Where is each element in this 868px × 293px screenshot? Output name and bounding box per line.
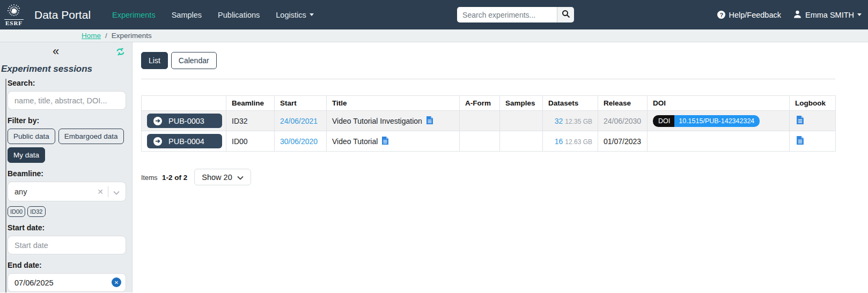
arrow-right-circle-icon: ➔ bbox=[153, 137, 162, 146]
esrf-logo-text: ESRF bbox=[4, 19, 24, 26]
filter-button-group: Public data Embargoed data My data bbox=[8, 129, 126, 163]
session-title: Video Tutorial Investigation bbox=[332, 117, 422, 125]
a-form-cell bbox=[460, 131, 500, 152]
start-date-label: Start date: bbox=[8, 223, 126, 232]
filter-public-data-button[interactable]: Public data bbox=[8, 129, 55, 144]
release-date: 24/06/2030 bbox=[604, 117, 641, 125]
beamline-select-value: any bbox=[14, 187, 93, 196]
filter-my-data-button[interactable]: My data bbox=[8, 147, 45, 163]
document-icon[interactable] bbox=[426, 116, 433, 126]
filter-embargoed-data-button[interactable]: Embargoed data bbox=[58, 129, 124, 144]
breadcrumb-home-link[interactable]: Home bbox=[82, 32, 101, 40]
list-view-button[interactable]: List bbox=[141, 52, 168, 69]
header-samples: Samples bbox=[500, 96, 543, 111]
beamline-chips: ID00 ID32 bbox=[8, 206, 126, 217]
session-id-label: PUB-0004 bbox=[168, 137, 204, 146]
user-menu[interactable]: Emma SMITH bbox=[793, 10, 862, 20]
logbook-document-icon bbox=[797, 118, 804, 126]
search-label: Search: bbox=[8, 79, 126, 87]
filters-sidebar: « Experiment sessions Search: Filter by:… bbox=[0, 42, 133, 292]
divider bbox=[141, 79, 835, 79]
page-size-dropdown[interactable]: Show 20 bbox=[194, 169, 251, 185]
table-row: ➔ PUB-0004 ID00 30/06/2020 Video Tutoria… bbox=[142, 131, 836, 152]
page-size-label: Show 20 bbox=[202, 173, 232, 182]
chevron-down-icon bbox=[237, 173, 244, 182]
view-toggle: List Calendar bbox=[141, 52, 859, 69]
nav-item-publications[interactable]: Publications bbox=[218, 11, 260, 19]
beamline-chip-id32[interactable]: ID32 bbox=[27, 206, 45, 217]
calendar-view-button[interactable]: Calendar bbox=[171, 52, 217, 69]
breadcrumb-current: Experiments bbox=[112, 32, 152, 40]
header-start: Start bbox=[275, 96, 327, 111]
nav-item-logistics-label: Logistics bbox=[276, 11, 306, 19]
header-logbook: Logbook bbox=[790, 96, 836, 111]
logbook-document-icon bbox=[797, 138, 804, 146]
nav-item-experiments[interactable]: Experiments bbox=[112, 11, 156, 19]
pagination: Items 1-2 of 2 Show 20 bbox=[141, 169, 859, 185]
chevron-down-icon bbox=[857, 13, 862, 16]
doi-badge[interactable]: DOI 10.1515/PUB-142342324 bbox=[653, 115, 760, 127]
experiment-search-input[interactable] bbox=[457, 7, 557, 22]
end-date-label: End date: bbox=[8, 261, 126, 269]
open-session-pub-0004-button[interactable]: ➔ PUB-0004 bbox=[147, 134, 222, 148]
document-icon[interactable] bbox=[382, 137, 388, 146]
session-search-input[interactable] bbox=[8, 91, 126, 110]
table-header-row: Beamline Start Title A-Form Samples Data… bbox=[142, 96, 836, 111]
start-date-input[interactable] bbox=[8, 236, 126, 254]
search-submit-button[interactable] bbox=[557, 7, 574, 22]
user-icon bbox=[793, 10, 802, 20]
header-doi: DOI bbox=[648, 96, 790, 111]
header-actions bbox=[142, 96, 226, 111]
app-title: Data Portal bbox=[34, 9, 91, 21]
datasets-size: 12.63 GB bbox=[565, 138, 592, 146]
esrf-logo[interactable]: ESRF bbox=[0, 0, 28, 29]
search-icon bbox=[562, 10, 570, 20]
datasets-count-link[interactable]: 16 bbox=[555, 137, 563, 146]
top-navbar: ESRF Data Portal Experiments Samples Pub… bbox=[0, 0, 868, 29]
refresh-icon[interactable] bbox=[115, 47, 126, 59]
beamline-cell: ID00 bbox=[226, 131, 275, 152]
header-beamline: Beamline bbox=[226, 96, 275, 111]
samples-cell bbox=[500, 131, 543, 152]
samples-cell bbox=[500, 111, 543, 131]
doi-badge-value: 10.1515/PUB-142342324 bbox=[674, 115, 760, 127]
header-datasets: Datasets bbox=[543, 96, 598, 111]
nav-item-samples[interactable]: Samples bbox=[172, 11, 202, 19]
breadcrumb-separator: / bbox=[105, 32, 107, 40]
table-row: ➔ PUB-0003 ID32 24/06/2021 Video Tutoria… bbox=[142, 111, 836, 131]
logbook-button[interactable] bbox=[795, 136, 804, 146]
beamline-select[interactable]: any ✕ bbox=[8, 182, 126, 201]
doi-badge-label: DOI bbox=[653, 115, 674, 127]
beamline-chip-id00[interactable]: ID00 bbox=[8, 206, 25, 217]
clear-end-date-button[interactable]: ✕ bbox=[112, 277, 121, 287]
main-content: List Calendar Beamline Start Title A-For… bbox=[133, 42, 868, 292]
esrf-sunburst-icon bbox=[7, 4, 21, 19]
sessions-table: Beamline Start Title A-Form Samples Data… bbox=[141, 95, 836, 152]
sidebar-scrollbar[interactable] bbox=[5, 79, 6, 292]
header-release: Release bbox=[598, 96, 648, 111]
start-date-link[interactable]: 24/06/2021 bbox=[280, 117, 318, 125]
sidebar-heading: Experiment sessions bbox=[0, 64, 132, 74]
items-range: 1-2 of 2 bbox=[162, 174, 187, 182]
chevron-down-icon bbox=[310, 13, 314, 16]
help-feedback-label: Help/Feedback bbox=[729, 11, 781, 19]
doi-cell-empty bbox=[648, 131, 790, 152]
user-name-label: Emma SMITH bbox=[805, 11, 854, 19]
end-date-input[interactable] bbox=[8, 273, 126, 292]
chevron-down-icon[interactable] bbox=[108, 186, 121, 197]
experiment-search-form bbox=[457, 7, 574, 22]
datasets-count-link[interactable]: 32 bbox=[555, 117, 563, 125]
main-nav: Experiments Samples Publications Logisti… bbox=[112, 11, 314, 19]
session-id-label: PUB-0003 bbox=[168, 117, 204, 125]
logbook-button[interactable] bbox=[795, 116, 804, 126]
arrow-right-circle-icon: ➔ bbox=[153, 117, 162, 125]
help-feedback-link[interactable]: ? Help/Feedback bbox=[717, 11, 781, 19]
nav-item-logistics[interactable]: Logistics bbox=[276, 11, 313, 19]
a-form-cell bbox=[460, 111, 500, 131]
beamline-label: Beamline: bbox=[8, 169, 126, 178]
start-date-link[interactable]: 30/06/2020 bbox=[280, 137, 318, 146]
collapse-sidebar-button[interactable]: « bbox=[53, 46, 59, 57]
beamline-cell: ID32 bbox=[226, 111, 275, 131]
clear-icon[interactable]: ✕ bbox=[93, 187, 108, 196]
open-session-pub-0003-button[interactable]: ➔ PUB-0003 bbox=[147, 114, 222, 128]
